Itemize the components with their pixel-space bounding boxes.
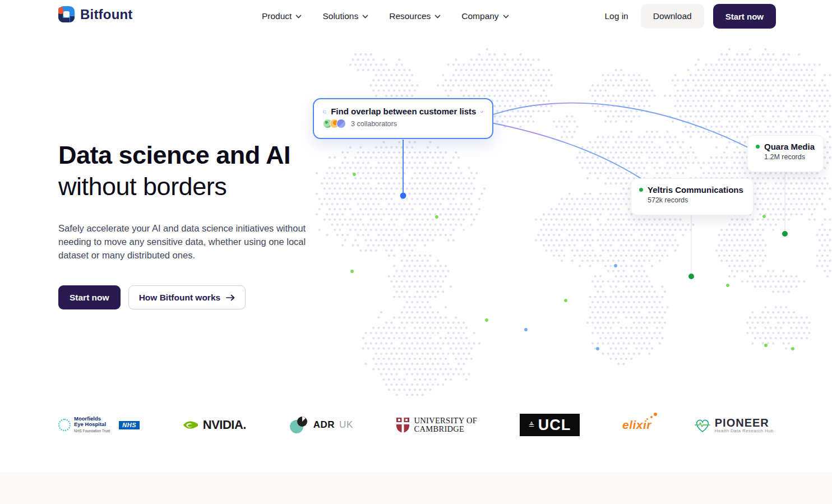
dataset-callout-quara-media: Quara Media 1.2M records (747, 135, 824, 172)
pioneer-wordmark: PIONEER (715, 417, 774, 428)
nav-label: Resources (389, 11, 431, 21)
how-bitfount-works-label: How Bitfount works (139, 293, 221, 303)
task-card-collaborators-row: 3 collaborators (323, 119, 483, 128)
nav-item-company[interactable]: Company (461, 11, 509, 21)
hero-cta-row: Start now How Bitfount works (58, 285, 327, 309)
chevron-down-icon (362, 15, 368, 19)
start-now-button-hero[interactable]: Start now (58, 285, 121, 309)
start-now-button-header[interactable]: Start now (713, 4, 776, 29)
nav-item-solutions[interactable]: Solutions (322, 11, 368, 21)
hero-section: Data science and AI without borders Safe… (58, 140, 327, 309)
partner-logo-elixir[interactable]: elixir (622, 418, 651, 432)
dataset-records: 572k records (648, 196, 745, 204)
chevron-down-icon (295, 15, 302, 19)
moorfields-line2: Eye Hospital (74, 422, 110, 427)
partner-logos-strip: Moorfields Eye Hospital NHS Foundation T… (58, 408, 774, 442)
nav-label: Product (262, 11, 292, 21)
nhs-badge: NHS (119, 421, 140, 429)
ucl-box: ≜ UCL (520, 414, 580, 436)
folder-icon (323, 107, 326, 116)
nav-item-resources[interactable]: Resources (389, 11, 441, 21)
avatar (336, 119, 346, 128)
chevron-down-icon (503, 15, 509, 19)
nav-item-product[interactable]: Product (262, 11, 302, 21)
ucl-wordmark: UCL (538, 417, 571, 434)
dataset-name: Quara Media (764, 142, 815, 151)
dataset-name: Yeltris Communications (648, 185, 743, 195)
nvidia-eye-icon (182, 419, 199, 431)
cambridge-shield-icon (396, 417, 410, 433)
pioneer-text: PIONEER Health Data Research Hub (715, 417, 774, 433)
hero-heading-line1: Data science and AI (58, 140, 327, 171)
hero-heading-line2: without borders (58, 171, 327, 202)
header-actions: Log in Download Start now (604, 0, 776, 33)
login-link[interactable]: Log in (604, 11, 628, 21)
task-card-title: Find overlap between customer lists (331, 107, 476, 116)
pioneer-tagline: Health Data Research Hub (715, 428, 774, 433)
callout-header: Yeltris Communications (639, 185, 745, 195)
cambridge-line2: CAMBRIDGE (414, 424, 465, 433)
moorfields-line3: NHS Foundation Trust (74, 428, 110, 434)
landing-page: Bitfount Product Solutions Resources Com… (0, 0, 832, 504)
collaborator-avatars (323, 119, 346, 128)
top-navigation-bar: Bitfount Product Solutions Resources Com… (0, 0, 832, 33)
progress-spinner-icon (480, 108, 483, 115)
ucl-dome-icon: ≜ (529, 421, 535, 429)
callout-header: Quara Media (756, 142, 815, 151)
adr-wordmark: ADR (313, 419, 335, 431)
partner-logo-pioneer[interactable]: PIONEER Health Data Research Hub (694, 417, 774, 433)
next-section-band (0, 473, 832, 504)
partner-logo-ucl[interactable]: ≜ UCL (520, 414, 580, 436)
hero-heading: Data science and AI without borders (58, 140, 327, 202)
partner-logo-moorfields-nhs[interactable]: Moorfields Eye Hospital NHS Foundation T… (58, 416, 140, 434)
elixir-wordmark: elixir (622, 418, 651, 432)
nvidia-wordmark: NVIDIA. (203, 418, 246, 432)
bitfount-logo-icon (58, 6, 75, 23)
partner-logo-cambridge[interactable]: UNIVERSITY OF CAMBRIDGE (396, 417, 478, 433)
main-nav: Product Solutions Resources Company (262, 0, 509, 33)
task-card: Find overlap between customer lists 3 co… (313, 98, 493, 139)
bitfount-logo[interactable]: Bitfount (58, 6, 133, 23)
brand-name: Bitfount (80, 7, 133, 22)
moorfields-text: Moorfields Eye Hospital NHS Foundation T… (74, 416, 110, 434)
chevron-down-icon (435, 15, 441, 19)
adr-venn-icon (289, 416, 309, 434)
green-status-dot (639, 188, 643, 192)
elixir-dot (650, 416, 653, 418)
partner-logo-nvidia[interactable]: NVIDIA. (182, 418, 246, 432)
cambridge-line1: UNIVERSITY OF (414, 416, 478, 425)
dataset-records: 1.2M records (764, 153, 815, 161)
arrow-right-icon (226, 294, 235, 301)
nav-label: Company (461, 11, 498, 21)
moorfields-circle-icon (58, 419, 71, 431)
green-status-dot (756, 145, 760, 149)
elixir-dot (654, 413, 657, 416)
pioneer-heart-pulse-icon (694, 418, 711, 433)
cambridge-wordmark: UNIVERSITY OF CAMBRIDGE (414, 417, 478, 433)
adr-uk-wordmark: UK (339, 419, 353, 431)
partner-logo-adr-uk[interactable]: ADRUK (289, 416, 353, 434)
hero-description: Safely accelerate your AI and data scien… (58, 221, 319, 262)
collaborators-count: 3 collaborators (351, 120, 397, 128)
how-bitfount-works-button[interactable]: How Bitfount works (128, 285, 246, 309)
dataset-callout-yeltris-communications: Yeltris Communications 572k records (631, 178, 754, 215)
download-button[interactable]: Download (641, 4, 704, 29)
nav-label: Solutions (322, 11, 358, 21)
elixir-dot (646, 418, 648, 420)
task-card-header: Find overlap between customer lists (323, 107, 483, 116)
